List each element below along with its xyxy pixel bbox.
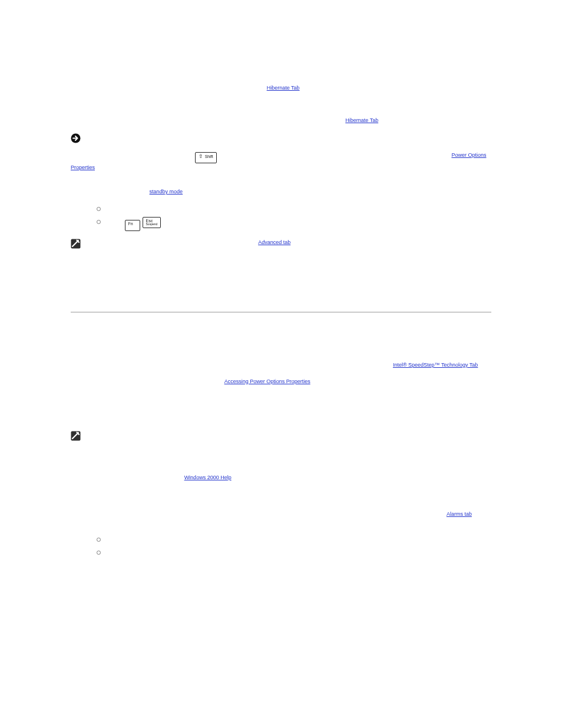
list-item: The Low battery alarm is set to notify y… [95, 535, 491, 543]
paragraph: The Power Meter tab displays the current… [71, 601, 491, 609]
text: If Hibernate is not listed as an option … [71, 117, 345, 123]
hint-label: HINT: [87, 431, 100, 437]
paragraph: In standby mode, the monitor, hard-disk … [71, 179, 491, 196]
paragraph: The Power Schemes pull-down menu display… [71, 414, 491, 422]
text-bold: Shutdown [173, 205, 199, 211]
hint-text: HINT: You can configure the computer to … [87, 238, 292, 246]
hint-label: HINT: [87, 239, 100, 245]
paragraph: Each preset power scheme has different t… [71, 465, 491, 482]
text-bold: Power Options Properties [267, 362, 333, 368]
text-bold: Low battery alarm [81, 511, 127, 517]
notice-row: NOTICE: The computer saves data to the h… [71, 133, 491, 143]
text-em: hibernate [144, 152, 166, 158]
text: Dell recommends that you use the Portabl… [102, 431, 322, 437]
text: later in this file. [378, 117, 415, 123]
paragraph: To activate hibernate mode (to hibernate… [71, 151, 491, 172]
text-bold: Critical battery alarm [119, 549, 172, 555]
heading-power-options-properties: Power Options Properties [71, 323, 491, 336]
text: . [310, 378, 312, 384]
text: is set to notify you with a message, fol… [172, 549, 470, 555]
paragraph: To access the Windows Power Options Prop… [71, 377, 491, 386]
text: . [486, 450, 488, 456]
heading-alarms-tab: Alarms Tab [71, 493, 491, 504]
text: tab displays the current power source an… [113, 602, 298, 608]
link-accessing-power-options[interactable]: Accessing Power Options Properties [224, 378, 310, 384]
text: later in this file. [300, 85, 337, 91]
text: Each preset power scheme has different t… [71, 466, 468, 480]
text: In standby mode, the monitor, hard-disk … [71, 180, 477, 195]
text: ), press the [166, 152, 194, 158]
text: is set to notify you with a message when… [164, 536, 368, 542]
key-sublabel: Suspend [146, 223, 158, 226]
text: To resume from hibernate mode, press the… [71, 258, 491, 272]
link-advanced-tab[interactable]: Advanced tab [258, 239, 290, 245]
notice-icon [71, 133, 81, 143]
text: the operating system (it may take severa… [71, 69, 323, 75]
paragraph: You can change the kind of notification … [71, 564, 491, 572]
text: later in this file. [95, 164, 132, 170]
text: To activate hibernate mode (to [71, 152, 144, 158]
section-divider [71, 312, 491, 312]
text-bold: Alarm Action [224, 565, 257, 571]
text-bold: Always On [459, 450, 486, 456]
text: button. For example, you can set the Low… [257, 565, 490, 571]
text: , and then click [199, 205, 236, 211]
link-hibernate-tab-2[interactable]: Hibernate Tab [345, 117, 378, 123]
text: The [71, 511, 81, 517]
text-bold: Power Meter [81, 602, 113, 608]
link-speedstep-tab[interactable]: Intel® SpeedStep™ Technology Tab [393, 362, 478, 368]
text-bold: Start [130, 205, 143, 211]
list-item: Click the Start button, click Shutdown, … [95, 204, 491, 212]
text: Hibernate mode requires a special file o… [71, 282, 464, 297]
paragraph: Windows 2000 has the following power man… [71, 345, 491, 353]
paragraph: Depending on your operating system, typi… [71, 449, 491, 457]
paragraph: For this computer, hibernate mode is ena… [71, 84, 491, 92]
text: The [71, 602, 81, 608]
text: . Perform one of the following steps: [183, 189, 267, 195]
steps-list: Click the Start button, click Shutdown, … [95, 204, 491, 231]
hint-row: HINT: You can configure the computer to … [71, 238, 491, 249]
text: window. When you received your computer,… [71, 520, 488, 526]
text: . [290, 239, 292, 245]
text: button, click [143, 205, 174, 211]
text: . [478, 362, 480, 368]
heading-advanced-tab: Advanced Tab [71, 621, 491, 631]
hint-text: HINT: Dell recommends that you use the P… [87, 430, 322, 439]
paragraph: Normally, you should be able to activate… [71, 100, 491, 108]
link-windows-help[interactable]: Windows 2000 Help [184, 475, 232, 480]
key-esc-suspend: EscSuspend [143, 217, 161, 228]
text: Press [108, 219, 124, 225]
paragraph: If Hibernate is not listed as an option … [71, 116, 491, 124]
key-shift: Shift [195, 152, 217, 163]
key-fn: Fn [125, 220, 140, 231]
list-item: Press FnEscSuspend. [95, 217, 491, 231]
text: window, see [193, 378, 224, 384]
text: The computer saves data to the hard-disk… [108, 134, 414, 140]
text: . [232, 475, 233, 480]
text: settings alert you with a message when t… [191, 511, 447, 517]
link-alarms-tab[interactable]: Alarms tab [447, 511, 472, 517]
text: For this computer, hibernate mode is ena… [71, 85, 267, 91]
notice-label: NOTICE: [87, 134, 108, 140]
text-bold: Standby [236, 205, 257, 211]
list-item: The Critical battery alarm is set to not… [95, 548, 491, 556]
paragraph: If you are running Windows 2000 with Int… [71, 361, 491, 369]
text: To access the Windows [71, 378, 128, 384]
text-bold: Critical battery alarm [138, 511, 191, 517]
hint-row-2: HINT: Dell recommends that you use the P… [71, 430, 491, 441]
text: The [108, 536, 119, 542]
text: and [127, 511, 138, 517]
paragraph: the operating system (it may take severa… [71, 68, 491, 76]
text: key when you select the Standby option. … [218, 152, 452, 158]
link-hibernate-tab[interactable]: Hibernate Tab [267, 85, 300, 91]
text: Depending on your operating system, typi… [71, 450, 459, 456]
heading-power-schemes-tab: Power Schemes Tab [71, 397, 491, 408]
text: You can change the kind of notification … [71, 565, 224, 571]
heading-power-meter-tab: Power Meter Tab [71, 584, 491, 594]
text: window also contains an [332, 362, 393, 368]
alarm-list: The Low battery alarm is set to notify y… [95, 535, 491, 556]
hint-icon [71, 239, 81, 249]
text: The [108, 549, 119, 555]
text: . [162, 219, 164, 225]
link-standby-mode[interactable]: standby mode [150, 189, 183, 195]
